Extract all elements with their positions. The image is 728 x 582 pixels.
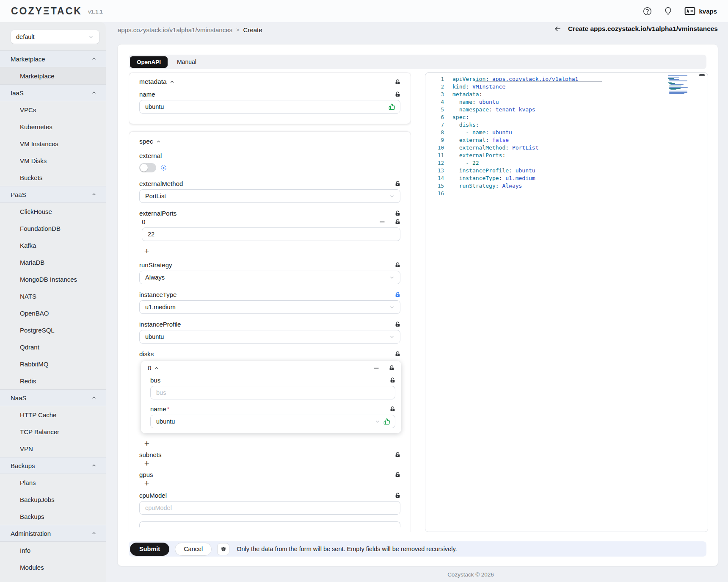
collapse-caret-icon[interactable] [156, 139, 161, 144]
lock-open-icon[interactable] [395, 211, 400, 216]
tab-openapi[interactable]: OpenAPI [130, 56, 168, 68]
add-gpu-button[interactable]: + [143, 479, 151, 488]
disk-bus-input[interactable]: bus [150, 386, 395, 399]
sidebar-group-backups[interactable]: Backups [0, 457, 106, 474]
editor-line[interactable]: 15 runStrategy: Always [425, 182, 708, 190]
lock-open-icon[interactable] [395, 91, 400, 97]
default-target-icon[interactable] [160, 165, 167, 171]
breadcrumb-path[interactable]: apps.cozystack.io/v1alpha1/vminstances [118, 26, 232, 33]
sidebar-item-modules[interactable]: Modules [0, 559, 106, 576]
sidebar-item-kubernetes[interactable]: Kubernetes [0, 118, 106, 135]
sidebar-item-tcp-balancer[interactable]: TCP Balancer [0, 423, 106, 440]
disks-item-index[interactable]: 0 [148, 364, 151, 371]
lock-open-icon[interactable] [389, 365, 394, 371]
sidebar-item-vm-instances[interactable]: VM Instances [0, 135, 106, 152]
sidebar-item-vpn[interactable]: VPN [0, 440, 106, 457]
editor-line[interactable]: 4 name: ubuntu [425, 98, 708, 106]
debug-bug-button[interactable] [217, 543, 229, 555]
runStrategy-select[interactable]: Always [139, 271, 400, 284]
back-arrow-icon[interactable] [554, 25, 562, 33]
collapse-caret-icon[interactable] [170, 80, 174, 84]
editor-line[interactable]: 1apiVersion: apps.cozystack.io/v1alpha1 [425, 75, 708, 83]
sidebar-group-iaas[interactable]: IaaS [0, 84, 106, 101]
theme-bulb-icon[interactable] [664, 7, 673, 16]
lock-open-icon[interactable] [395, 472, 400, 477]
externalPorts-item-input[interactable]: 22 [142, 227, 400, 241]
sidebar-group-marketplace[interactable]: Marketplace [0, 50, 106, 67]
editor-minimap[interactable] [668, 75, 689, 96]
yaml-editor[interactable]: 1apiVersion: apps.cozystack.io/v1alpha12… [425, 72, 708, 532]
collapse-caret-icon[interactable] [154, 366, 159, 370]
sidebar-group-paas[interactable]: PaaS [0, 186, 106, 203]
cpuModel-input[interactable]: cpuModel [139, 501, 400, 515]
metadata-section-title[interactable]: metadata [139, 78, 167, 86]
externalPorts-item-index[interactable]: 0 [142, 218, 145, 225]
lock-open-icon[interactable] [395, 321, 400, 327]
externalMethod-select[interactable]: PortList [139, 189, 400, 203]
editor-line[interactable]: 10 externalMethod: PortList [425, 144, 708, 152]
editor-line[interactable]: 6spec: [425, 114, 708, 121]
sidebar-item-marketplace[interactable]: Marketplace [0, 67, 106, 84]
lock-open-icon[interactable] [395, 219, 400, 224]
editor-line[interactable]: 13 instanceProfile: ubuntu [425, 167, 708, 175]
editor-line[interactable]: 16 [425, 190, 708, 197]
sidebar-item-openbao[interactable]: OpenBAO [0, 305, 106, 321]
lock-open-icon[interactable] [395, 262, 400, 268]
lock-open-icon[interactable] [390, 406, 395, 412]
editor-line[interactable]: 2kind: VMInstance [425, 83, 708, 91]
remove-disk-button[interactable] [373, 365, 380, 371]
namespace-select[interactable]: default [11, 30, 99, 44]
sidebar-item-foundationdb[interactable]: FoundationDB [0, 220, 106, 237]
sidebar-item-mariadb[interactable]: MariaDB [0, 254, 106, 271]
editor-line[interactable]: 14 instanceType: u1.medium [425, 175, 708, 182]
sidebar-item-http-cache[interactable]: HTTP Cache [0, 406, 106, 423]
add-subnet-button[interactable]: + [143, 459, 151, 468]
lock-open-icon[interactable] [395, 452, 400, 457]
remove-item-button[interactable] [379, 219, 386, 225]
editor-line[interactable]: 3metadata: [425, 91, 708, 98]
sidebar-item-postgresql[interactable]: PostgreSQL [0, 321, 106, 338]
user-menu[interactable]: kvaps [684, 7, 717, 15]
sidebar-item-redis[interactable]: Redis [0, 372, 106, 389]
editor-line[interactable]: 12 - 22 [425, 159, 708, 167]
sidebar-item-plans[interactable]: Plans [0, 474, 106, 491]
lock-open-icon[interactable] [390, 377, 395, 383]
lock-open-icon[interactable] [395, 493, 400, 498]
add-disk-button[interactable]: + [143, 439, 151, 448]
instanceType-select[interactable]: u1.medium [139, 300, 400, 314]
metadata-name-input[interactable]: ubuntu [139, 100, 400, 114]
editor-line[interactable]: 5 namespace: tenant-kvaps [425, 106, 708, 114]
sidebar-item-backups[interactable]: Backups [0, 508, 106, 525]
lock-open-icon[interactable] [395, 79, 400, 85]
sidebar-item-rabbitmq[interactable]: RabbitMQ [0, 355, 106, 372]
sidebar-item-mongodb-instances[interactable]: MongoDB Instances [0, 271, 106, 288]
editor-scrollbar-thumb[interactable] [699, 74, 705, 76]
sidebar-item-vm-disks[interactable]: VM Disks [0, 152, 106, 169]
sidebar-item-nats[interactable]: NATS [0, 288, 106, 305]
editor-line[interactable]: 7 disks: [425, 121, 708, 129]
sidebar-item-kafka[interactable]: Kafka [0, 237, 106, 254]
submit-button[interactable]: Submit [130, 543, 169, 556]
cancel-button[interactable]: Cancel [175, 543, 212, 556]
disk-name-select[interactable]: ubuntu [150, 415, 395, 428]
spec-section-title[interactable]: spec [139, 138, 153, 145]
sidebar-item-qdrant[interactable]: Qdrant [0, 338, 106, 355]
tab-manual[interactable]: Manual [169, 56, 204, 68]
sidebar-item-backupjobs[interactable]: BackupJobs [0, 491, 106, 508]
instanceProfile-select[interactable]: ubuntu [139, 330, 400, 344]
lock-open-icon[interactable] [395, 181, 400, 186]
add-externalPorts-button[interactable]: + [143, 247, 151, 255]
sidebar-item-clickhouse[interactable]: ClickHouse [0, 203, 106, 220]
sidebar-group-naas[interactable]: NaaS [0, 389, 106, 406]
sidebar-item-vpcs[interactable]: VPCs [0, 101, 106, 118]
external-toggle[interactable] [139, 163, 156, 172]
lock-open-icon[interactable] [395, 351, 400, 357]
sidebar-item-buckets[interactable]: Buckets [0, 169, 106, 186]
editor-line[interactable]: 8 - name: ubuntu [425, 129, 708, 136]
lock-closed-icon[interactable] [395, 292, 400, 297]
help-icon[interactable] [643, 7, 652, 16]
sidebar-item-info[interactable]: Info [0, 542, 106, 559]
sidebar-group-administration[interactable]: Administration [0, 525, 106, 542]
editor-line[interactable]: 11 externalPorts: [425, 152, 708, 159]
editor-line[interactable]: 9 external: false [425, 136, 708, 144]
